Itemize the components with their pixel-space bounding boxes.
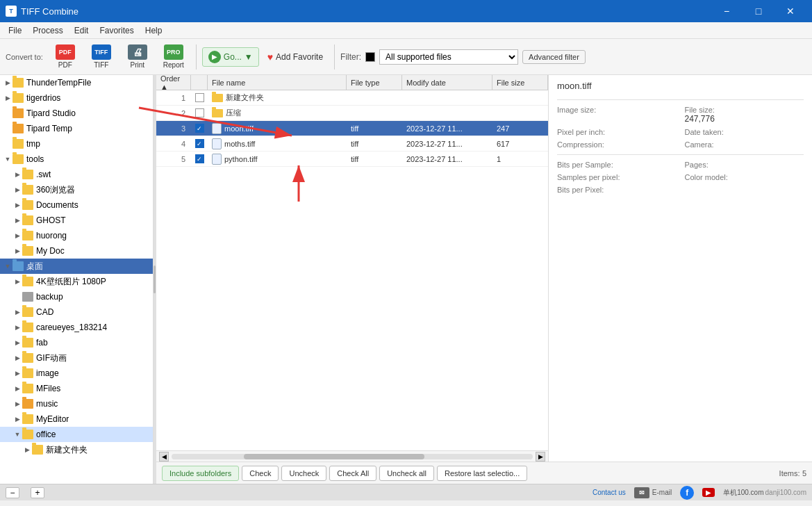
uncheck-button[interactable]: Uncheck [281, 466, 326, 481]
tree-item-swt[interactable]: ▶ .swt [0, 167, 153, 182]
print-button[interactable]: 🖨 Print [121, 42, 154, 72]
folder-icon [22, 399, 33, 409]
table-row[interactable]: 5 python.tiff tiff 2023-12-27 11... 1 [156, 152, 548, 167]
preview-field-datetaken: Date taken: [685, 128, 804, 136]
menu-favorites[interactable]: Favorites [94, 24, 139, 37]
tree-item-mydoc[interactable]: ▶ My Doc [0, 243, 153, 259]
tree-item-desktop[interactable]: ▼ 桌面 [0, 259, 153, 274]
row-checkbox[interactable] [191, 121, 208, 136]
col-filename-header[interactable]: File name [208, 75, 347, 90]
tree-item-tipardstudio[interactable]: Tipard Studio [0, 106, 153, 121]
file-list-header: Order ▲ File name File type Modify date … [156, 75, 548, 90]
tree-item-gifanimation[interactable]: ▶ GIF动画 [0, 350, 153, 366]
checkbox-checked[interactable] [195, 124, 204, 133]
uncheck-all-button[interactable]: Uncheck all [379, 466, 434, 481]
email-label[interactable]: E-mail [652, 489, 672, 496]
tree-item-tools[interactable]: ▼ tools [0, 152, 153, 167]
filter-select[interactable]: All supported files [379, 49, 518, 65]
advanced-filter-button[interactable]: Advanced filter [522, 50, 586, 64]
tiff-label: TIFF [94, 61, 108, 69]
facebook-icon[interactable]: f [680, 486, 694, 500]
tree-item-newfolderoffice[interactable]: ▶ 新建文件夹 [0, 442, 153, 457]
check-button[interactable]: Check [242, 466, 279, 481]
row-order: 4 [156, 136, 191, 151]
tree-item-careueyes[interactable]: ▶ careueyes_183214 [0, 320, 153, 335]
facebook-link[interactable]: f [680, 486, 694, 500]
tree-item-tipardtemp[interactable]: Tipard Temp [0, 121, 153, 136]
restore-last-selection-button[interactable]: Restore last selectio... [437, 466, 527, 481]
maximize-button[interactable]: □ [743, 0, 774, 22]
tree-label: 360浏览器 [36, 184, 75, 196]
tree-label: huorong [36, 231, 67, 240]
checkbox-checked[interactable] [195, 139, 204, 148]
col-order-header[interactable]: Order ▲ [156, 75, 191, 90]
tree-item-music[interactable]: ▶ music [0, 396, 153, 411]
tree-item-tmp[interactable]: tmp [0, 136, 153, 152]
row-checkbox[interactable] [191, 136, 208, 151]
scroll-track[interactable] [172, 454, 533, 459]
tree-item-thundertempfile[interactable]: ▶ ThunderTempFile [0, 75, 153, 90]
checkbox-unchecked[interactable] [195, 93, 204, 102]
tree-item-office[interactable]: ▼ office [0, 427, 153, 442]
go-dropdown-icon: ▼ [245, 52, 253, 62]
col-check-header[interactable] [191, 75, 208, 90]
tree-item-documents[interactable]: ▶ Documents [0, 197, 153, 213]
col-filesize-header[interactable]: File size [492, 75, 548, 90]
scroll-thumb[interactable] [244, 454, 424, 459]
tree-item-tigerdrios[interactable]: ▶ tigerdrios [0, 90, 153, 106]
menu-process[interactable]: Process [27, 24, 68, 37]
contact-us-link[interactable]: Contact us [593, 489, 626, 496]
folder-icon [22, 277, 33, 286]
preview-field-filesize: File size: 247,776 [685, 106, 804, 124]
scroll-right-button[interactable]: ▶ [536, 452, 545, 462]
checkbox-unchecked[interactable] [195, 108, 204, 117]
col-moddate-header[interactable]: Modify date [402, 75, 492, 90]
tree-item-myeditor[interactable]: ▶ MyEditor [0, 411, 153, 427]
check-all-button[interactable]: Check All [329, 466, 376, 481]
menu-edit[interactable]: Edit [69, 24, 94, 37]
add-favorite-button[interactable]: ♥ Add Favorite [262, 47, 329, 67]
tiff-button[interactable]: TIFF TIFF [85, 42, 118, 72]
scroll-left-button[interactable]: ◀ [159, 452, 169, 462]
close-button[interactable]: ✕ [774, 0, 806, 22]
include-subfolders-button[interactable]: Include subfolders [162, 466, 239, 481]
row-checkbox[interactable] [191, 106, 208, 120]
expand-icon: ▶ [13, 399, 22, 409]
table-row[interactable]: 2 压缩 [156, 106, 548, 121]
report-button[interactable]: PRO Report [157, 42, 190, 72]
menu-file[interactable]: File [3, 24, 27, 37]
zoom-out-button[interactable]: − [6, 487, 19, 498]
tree-item-wallpaper[interactable]: ▶ 4K壁纸图片 1080P [0, 274, 153, 289]
tree-item-ghost[interactable]: ▶ GHOST [0, 213, 153, 228]
pdf-button[interactable]: PDF PDF [49, 42, 82, 72]
zoom-in-button[interactable]: + [31, 487, 44, 498]
checkbox-checked[interactable] [195, 154, 204, 163]
tree-item-image[interactable]: ▶ image [0, 366, 153, 381]
tree-item-cad[interactable]: ▶ CAD [0, 304, 153, 320]
tree-item-mfiles[interactable]: ▶ MFiles [0, 381, 153, 396]
col-filetype-header[interactable]: File type [347, 75, 402, 90]
row-checkbox[interactable] [191, 90, 208, 105]
table-row[interactable]: 1 新建文件夹 [156, 90, 548, 106]
table-row[interactable]: 4 moths.tiff tiff 2023-12-27 11... 617 [156, 136, 548, 152]
youtube-link[interactable]: ▶ [702, 488, 715, 497]
tree-item-360browser[interactable]: ▶ 360浏览器 [0, 182, 153, 197]
tree-item-backup[interactable]: backup [0, 289, 153, 304]
table-row[interactable]: 3 moon.tiff tiff 2023-12-27 11... 247 [156, 121, 548, 136]
row-checkbox[interactable] [191, 152, 208, 166]
folder-icon [22, 430, 33, 439]
tree-item-fab[interactable]: ▶ fab [0, 335, 153, 350]
row-moddate: 2023-12-27 11... [402, 152, 492, 166]
tree-item-huorong[interactable]: ▶ huorong [0, 228, 153, 243]
tiff-icon: TIFF [92, 44, 111, 60]
go-button[interactable]: ▶ Go... ▼ [202, 47, 259, 67]
horizontal-scrollbar[interactable]: ◀ ▶ [156, 450, 548, 462]
email-icon[interactable]: ✉ [634, 487, 649, 498]
filename-text: 新建文件夹 [226, 92, 264, 103]
row-filename: moths.tiff [208, 136, 347, 151]
menu-help[interactable]: Help [140, 24, 168, 37]
minimize-button[interactable]: − [711, 0, 743, 22]
row-filesize: 1 [492, 152, 548, 166]
youtube-icon: ▶ [706, 489, 711, 496]
row-order: 3 [156, 121, 191, 136]
